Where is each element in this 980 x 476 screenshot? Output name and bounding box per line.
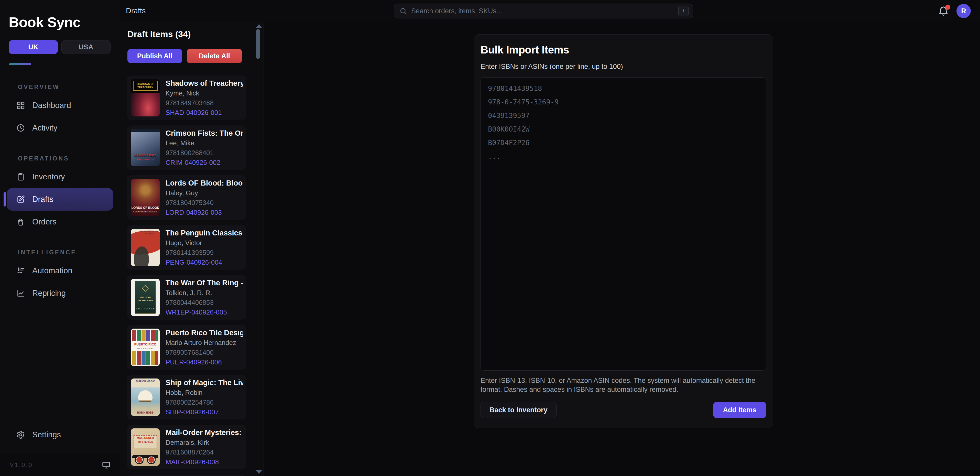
publish-all-button[interactable]: Publish All	[127, 49, 182, 63]
main-content: Bulk Import Items Enter ISBNs or ASINs (…	[264, 22, 980, 476]
automation-icon	[16, 266, 25, 275]
book-info: The Penguin Classics ... Hugo, Victor 97…	[165, 229, 243, 266]
book-cover: SHADOWS OFTREACHERY	[131, 79, 160, 116]
sidebar-item-label: Repricing	[32, 289, 66, 298]
book-info: Shadows of Treachery ... Kyme, Nick 9781…	[165, 79, 243, 117]
book-cover: SHIP OF MAGICROBIN HOBB	[131, 379, 160, 416]
clock-icon	[16, 124, 25, 132]
book-author: Mario Arturo Hernandez	[165, 339, 243, 347]
bulk-import-title: Bulk Import Items	[480, 44, 766, 56]
draft-item-card[interactable]: VICTOR HUGO The Wretched The Penguin Cla…	[127, 225, 247, 270]
isbn-textarea[interactable]: 9780141439518 978-0-7475-3269-9 04391395…	[480, 77, 766, 371]
monitor-icon[interactable]	[102, 461, 110, 469]
nav-section-overview: OVERVIEW	[18, 84, 120, 91]
sidebar-item-label: Inventory	[32, 172, 65, 181]
gradient-accent-bar	[9, 63, 31, 65]
search-shortcut-badge: /	[678, 6, 689, 16]
region-uk-button[interactable]: UK	[9, 40, 58, 54]
sidebar-item-drafts[interactable]: Drafts	[6, 188, 113, 211]
drafts-panel-title: Draft Items (34)	[127, 29, 264, 39]
sidebar-item-repricing[interactable]: Repricing	[6, 282, 113, 304]
draft-items-list: SHADOWS OFTREACHERY Shadows of Treachery…	[127, 75, 264, 476]
delete-all-button[interactable]: Delete All	[187, 49, 242, 63]
nav-section-intelligence: INTELLIGENCE	[18, 249, 120, 256]
region-toggle: UK USA	[9, 40, 111, 54]
search-input[interactable]: Search orders, items, SKUs... /	[394, 3, 693, 18]
sidebar-footer: V1.0.0	[0, 454, 120, 476]
draft-item-card[interactable]: SHIP OF MAGICROBIN HOBB Ship of Magic: T…	[127, 375, 247, 419]
book-cover: VICTOR HUGO The Wretched	[131, 229, 160, 266]
sidebar: Book Sync UK USA OVERVIEW Dashboard Acti…	[0, 0, 120, 476]
add-items-button[interactable]: Add Items	[713, 402, 766, 418]
back-to-inventory-button[interactable]: Back to Inventory	[480, 402, 557, 418]
book-isbn: 9780141393599	[165, 249, 243, 257]
book-info: Puerto Rico Tile Design... Mario Arturo …	[165, 329, 243, 366]
gear-icon	[16, 430, 25, 439]
chart-icon	[16, 289, 25, 298]
book-cover: CRIMSON FISTSTHE OMNIBUS	[131, 129, 160, 166]
search-icon	[399, 7, 407, 15]
edit-icon	[16, 195, 25, 204]
user-avatar[interactable]: R	[956, 4, 971, 18]
book-sku: LORD-040926-003	[165, 209, 243, 217]
notifications-button[interactable]	[938, 6, 949, 16]
book-author: Lee, Mike	[165, 139, 243, 147]
scrollbar-thumb[interactable]	[256, 29, 260, 59]
scroll-up-arrow[interactable]	[256, 24, 262, 28]
draft-item-card[interactable]: CRIMSON FISTSTHE OMNIBUS Crimson Fists: …	[127, 126, 247, 170]
nav-section-operations: OPERATIONS	[18, 155, 120, 162]
draft-item-card[interactable]: MAIL-ORDERMYSTERIES Mail-Order Mysteries…	[127, 425, 247, 470]
bulk-import-help: Enter ISBN-13, ISBN-10, or Amazon ASIN c…	[480, 376, 766, 394]
book-info: Ship of Magic: The Live... Hobb, Robin 9…	[165, 379, 243, 416]
book-cover: PUERTO RICOTILE DESIGNS	[131, 329, 160, 366]
book-info: Crimson Fists: The Om... Lee, Mike 97818…	[165, 129, 243, 167]
book-isbn: 9781804075340	[165, 199, 243, 207]
sidebar-item-settings[interactable]: Settings	[6, 423, 113, 446]
notification-dot	[945, 5, 950, 10]
book-sku: SHIP-040926-007	[165, 408, 243, 416]
book-title: Shadows of Treachery ...	[165, 79, 243, 88]
draft-item-card[interactable]: PUERTO RICOTILE DESIGNS Puerto Rico Tile…	[127, 325, 247, 369]
draft-item-card[interactable]: SHADOWS OFTREACHERY Shadows of Treachery…	[127, 75, 247, 120]
sidebar-item-orders[interactable]: Orders	[6, 211, 113, 233]
topbar: Drafts Search orders, items, SKUs... / R	[120, 0, 980, 22]
sidebar-item-label: Dashboard	[32, 101, 71, 110]
drafts-panel: Draft Items (34) Publish All Delete All …	[120, 22, 264, 476]
app-logo: Book Sync	[9, 14, 120, 30]
book-sku: PENG-040926-004	[165, 258, 243, 266]
draft-item-card[interactable]: THE WAROF THE RINGJ.R.R. TOLKIEN The War…	[127, 275, 247, 320]
sidebar-item-inventory[interactable]: Inventory	[6, 166, 113, 188]
book-author: Hobb, Robin	[165, 389, 243, 396]
search-placeholder: Search orders, items, SKUs...	[411, 7, 674, 15]
version-label: V1.0.0	[10, 462, 33, 468]
book-isbn: 9789057681400	[165, 349, 243, 357]
sidebar-item-activity[interactable]: Activity	[6, 117, 113, 139]
panel-scrollbar	[255, 22, 262, 476]
bag-icon	[16, 218, 25, 226]
sidebar-item-label: Orders	[32, 217, 57, 226]
region-usa-button[interactable]: USA	[61, 40, 111, 54]
book-title: Lords OF Blood: Blood ...	[165, 179, 243, 187]
clipboard-icon	[16, 172, 25, 181]
book-isbn: 9780044406853	[165, 299, 243, 307]
scroll-down-arrow[interactable]	[256, 470, 262, 474]
book-title: Ship of Magic: The Live...	[165, 379, 243, 387]
bulk-import-label: Enter ISBNs or ASINs (one per line, up t…	[480, 63, 766, 71]
book-isbn: 9781800268401	[165, 149, 243, 157]
draft-item-card[interactable]: LORDS OF BLOODA WARHAMMER OMNIBUS Lords …	[127, 175, 247, 220]
sidebar-item-dashboard[interactable]: Dashboard	[6, 94, 113, 117]
book-author: Haley, Guy	[165, 189, 243, 197]
book-isbn: 9781849703468	[165, 99, 243, 107]
sidebar-item-automation[interactable]: Automation	[6, 259, 113, 282]
book-title: The Penguin Classics ...	[165, 229, 243, 237]
book-sku: MAIL-040926-008	[165, 458, 243, 466]
draft-item-card[interactable]	[127, 475, 247, 476]
sidebar-item-label: Settings	[32, 430, 61, 439]
sidebar-item-label: Automation	[32, 266, 72, 275]
bulk-import-card: Bulk Import Items Enter ISBNs or ASINs (…	[474, 34, 773, 428]
book-cover: LORDS OF BLOODA WARHAMMER OMNIBUS	[131, 179, 160, 216]
book-author: Kyme, Nick	[165, 89, 243, 97]
book-sku: PUER-040926-006	[165, 358, 243, 366]
book-info: Mail-Order Mysteries: R... Demarais, Kir…	[165, 428, 243, 466]
drafts-panel-actions: Publish All Delete All	[127, 49, 264, 63]
